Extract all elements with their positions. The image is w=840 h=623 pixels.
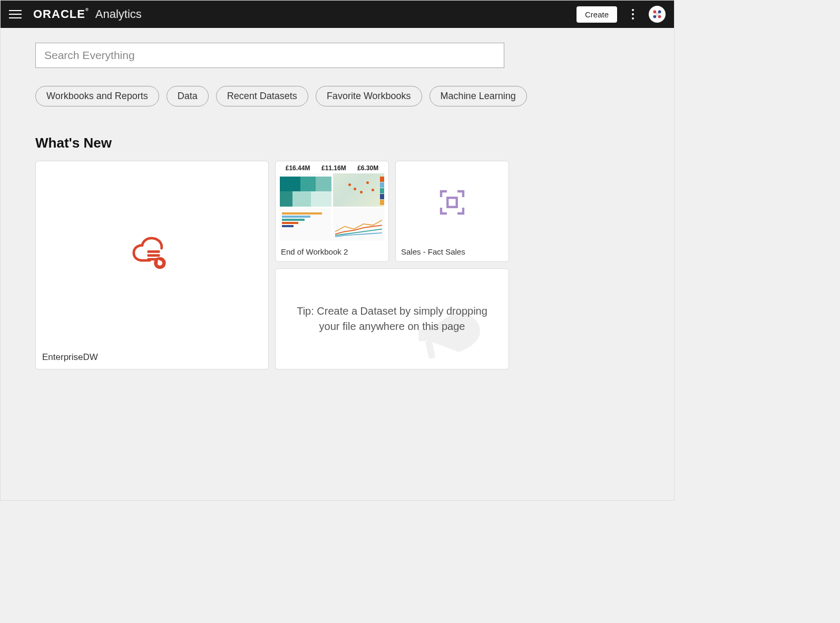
card-sales-fact-sales[interactable]: Sales - Fact Sales [395,161,509,262]
svg-point-4 [656,13,659,16]
brand-subtitle: Analytics [95,7,142,21]
mini-bar-chart [280,208,331,241]
pill-data[interactable]: Data [167,86,209,106]
workbook-thumbnail: £16.44M £11.16M £6.30M [276,161,388,243]
tip-text: Tip: Create a Dataset by simply dropping… [291,304,493,334]
mini-line-chart [333,208,385,241]
dataset-icon [437,188,467,217]
mini-map [333,173,385,207]
page-content: Workbooks and Reports Data Recent Datase… [1,28,674,380]
svg-point-3 [658,15,661,18]
user-avatar[interactable] [649,6,666,23]
pill-workbooks-reports[interactable]: Workbooks and Reports [35,86,159,106]
search-input[interactable] [35,43,504,68]
metric-value: £6.30M [357,164,378,172]
cloud-database-icon [131,233,173,276]
card-end-of-workbook-2[interactable]: £16.44M £11.16M £6.30M [275,161,389,262]
svg-point-2 [653,15,656,18]
svg-rect-6 [147,254,160,257]
pill-favorite-workbooks[interactable]: Favorite Workbooks [316,86,422,106]
card-label: EnterpriseDW [36,348,268,369]
filter-pills: Workbooks and Reports Data Recent Datase… [35,86,639,106]
card-label: Sales - Fact Sales [396,243,509,261]
metric-value: £16.44M [286,164,310,172]
svg-point-1 [658,10,661,13]
pill-recent-datasets[interactable]: Recent Datasets [216,86,308,106]
metric-value: £11.16M [321,164,346,172]
svg-rect-13 [425,340,436,359]
pill-machine-learning[interactable]: Machine Learning [429,86,527,106]
svg-point-0 [653,10,656,13]
brand-logo: ORACLE® [33,7,89,21]
card-enterprisedw[interactable]: EnterpriseDW [35,161,269,369]
whats-new-grid: EnterpriseDW £16.44M £11.16M £6.30M [35,161,510,369]
card-label: End of Workbook 2 [276,243,388,261]
mini-treemap [280,173,331,207]
hamburger-menu-icon[interactable] [9,7,24,22]
create-button[interactable]: Create [577,6,617,23]
svg-rect-5 [147,250,160,253]
brand: ORACLE® Analytics [33,7,142,21]
more-menu-icon[interactable] [627,8,639,21]
section-title-whats-new: What's New [35,135,639,151]
app-header: ORACLE® Analytics Create [1,1,674,28]
svg-rect-11 [447,198,457,207]
tip-card: Tip: Create a Dataset by simply dropping… [275,268,509,369]
